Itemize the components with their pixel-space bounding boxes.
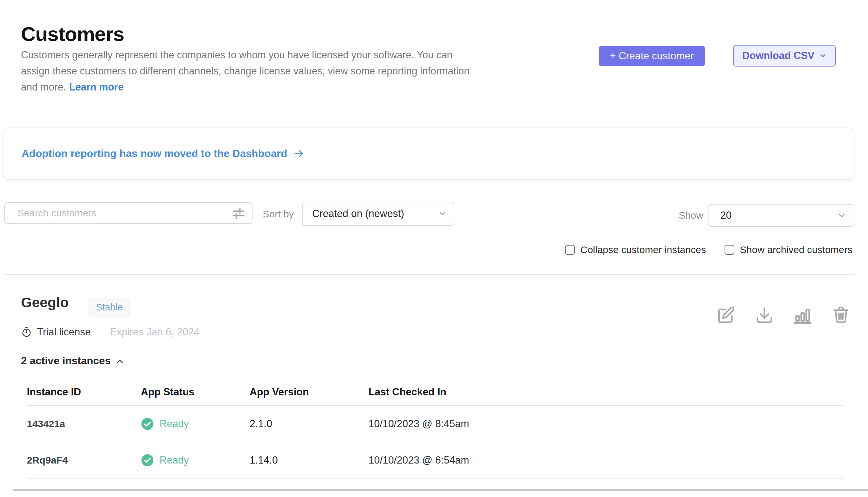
collapse-instances-checkbox[interactable] <box>565 245 575 255</box>
app-status-cell: Ready <box>141 454 250 467</box>
create-customer-button[interactable]: + Create customer <box>599 46 705 66</box>
description-line: assign these customers to different chan… <box>21 63 469 79</box>
check-circle-icon <box>141 417 154 430</box>
channel-badge: Stable <box>88 298 131 317</box>
show-archived-label: Show archived customers <box>740 244 852 255</box>
description-line: and more. <box>21 81 66 93</box>
show-select-value: 20 <box>720 210 732 221</box>
show-archived-checkbox[interactable] <box>724 245 734 255</box>
check-circle-icon <box>141 454 154 467</box>
last-checked-in: 10/10/2023 @ 8:45am <box>368 418 843 430</box>
col-header-app-status: App Status <box>141 386 250 398</box>
show-per-page-select[interactable]: 20 <box>708 204 854 227</box>
customer-actions <box>717 306 850 325</box>
page-description: Customers generally represent the compan… <box>21 47 469 95</box>
col-header-last-checked-in: Last Checked In <box>368 386 843 398</box>
instance-id: 2Rq9aF4 <box>27 455 141 466</box>
active-instances-toggle[interactable]: 2 active instances <box>21 355 125 367</box>
show-archived-option: Show archived customers <box>724 244 852 255</box>
page-bottom-divider <box>13 489 868 491</box>
bar-chart-icon[interactable] <box>793 306 812 325</box>
download-csv-label: Download CSV <box>742 50 814 62</box>
instances-table-header: Instance ID App Status App Version Last … <box>27 386 843 406</box>
trash-icon[interactable] <box>832 306 850 325</box>
app-status-cell: Ready <box>141 417 250 430</box>
learn-more-link[interactable]: Learn more <box>69 81 123 93</box>
app-status: Ready <box>160 418 189 430</box>
last-checked-in: 10/10/2023 @ 6:54am <box>368 454 843 466</box>
show-label: Show <box>679 204 703 227</box>
download-license-icon[interactable] <box>755 306 774 325</box>
download-csv-button[interactable]: Download CSV <box>733 45 836 67</box>
sort-by-label: Sort by <box>263 202 294 226</box>
chevron-up-icon <box>115 357 125 367</box>
description-line: Customers generally represent the compan… <box>21 47 469 63</box>
arrow-right-icon <box>293 148 304 159</box>
instance-id: 143421a <box>27 418 141 429</box>
license-type: Trial license <box>37 326 91 338</box>
adoption-reporting-text: Adoption reporting has now moved to the … <box>21 147 287 160</box>
adoption-reporting-link[interactable]: Adoption reporting has now moved to the … <box>21 147 304 160</box>
filter-sliders-icon[interactable] <box>232 207 245 220</box>
app-version: 1.14.0 <box>250 454 368 466</box>
section-divider <box>4 274 855 275</box>
edit-customer-icon[interactable] <box>717 306 735 325</box>
col-header-instance-id: Instance ID <box>27 386 141 398</box>
instance-row: 143421a Ready 2.1.0 10/10/2023 @ 8:45am <box>27 406 843 442</box>
license-info-row: Trial license Expires Jan 6, 2024 <box>21 326 200 338</box>
sort-select-value: Created on (newest) <box>312 208 404 219</box>
license-expiry: Expires Jan 6, 2024 <box>110 326 200 338</box>
chevron-down-icon <box>819 52 827 60</box>
app-version: 2.1.0 <box>250 418 368 430</box>
app-status: Ready <box>160 454 189 466</box>
search-input[interactable] <box>5 203 252 223</box>
instances-table: Instance ID App Status App Version Last … <box>27 386 843 479</box>
collapse-instances-label: Collapse customer instances <box>580 244 706 255</box>
col-header-app-version: App Version <box>250 386 368 398</box>
collapse-instances-option: Collapse customer instances <box>565 244 706 255</box>
sort-select[interactable]: Created on (newest) <box>302 202 454 226</box>
adoption-reporting-banner: Adoption reporting has now moved to the … <box>4 128 854 180</box>
instance-row: 2Rq9aF4 Ready 1.14.0 10/10/2023 @ 6:54am <box>27 442 843 479</box>
trial-timer-icon <box>21 327 32 338</box>
active-instances-label: 2 active instances <box>21 355 111 367</box>
chevron-down-icon <box>438 209 447 218</box>
customer-name: Geeglo <box>21 294 69 311</box>
chevron-down-icon <box>837 210 847 221</box>
page-title: Customers <box>21 22 124 45</box>
search-customers-box <box>4 202 252 224</box>
